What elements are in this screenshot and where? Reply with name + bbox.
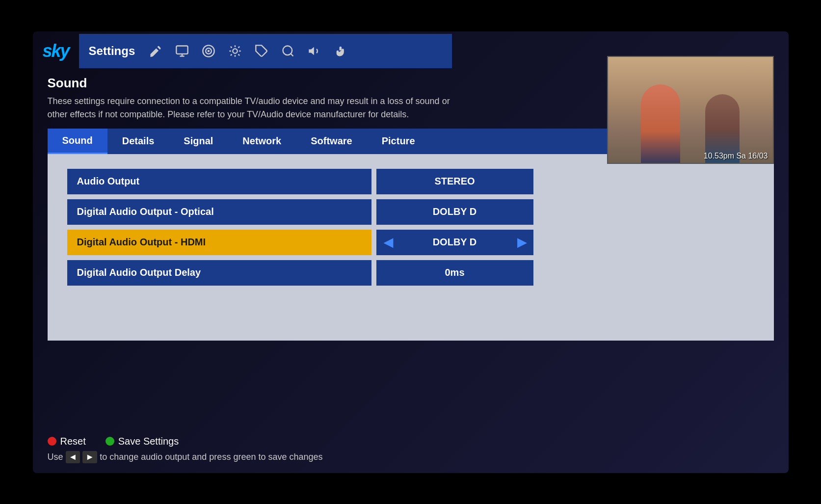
hdmi-output-label: Digital Audio Output - HDMI [67,230,371,255]
target-icon[interactable] [198,40,219,62]
tab-picture[interactable]: Picture [367,129,430,154]
red-dot-icon [48,437,56,446]
svg-point-5 [208,50,209,51]
svg-line-11 [231,46,232,47]
settings-title: Settings [89,44,135,58]
hint-use: Use [48,452,63,462]
settings-bar: Settings [79,34,452,68]
audio-output-value: STEREO [376,169,533,194]
svg-line-17 [291,53,293,56]
tab-sound[interactable]: Sound [48,129,107,154]
tag-icon[interactable] [251,40,272,62]
svg-point-6 [233,49,238,53]
preview-timestamp: 10.53pm Sa 16/03 [704,152,768,160]
hint-right-arrow-icon: ► [82,451,97,463]
table-row: Digital Audio Output - Optical DOLBY D [67,199,754,225]
bottom-bar: Reset Save Settings Use ◄ ► to change au… [48,436,774,463]
arrow-right-icon[interactable]: ▶ [517,236,526,249]
hand-icon[interactable] [330,40,352,62]
svg-line-14 [231,54,232,55]
green-dot-icon [106,437,114,446]
settings-panel: Audio Output STEREO Digital Audio Output… [48,154,774,341]
table-row: Digital Audio Output Delay 0ms [67,260,754,286]
preview-scene [608,57,773,163]
wrench-icon[interactable] [145,40,166,62]
reset-label: Reset [60,436,86,447]
arrow-left-icon[interactable]: ◀ [384,236,393,249]
tab-software[interactable]: Software [296,129,367,154]
bottom-actions: Reset Save Settings [48,436,774,447]
tab-network[interactable]: Network [228,129,296,154]
optical-output-value: DOLBY D [376,199,533,225]
sun-icon[interactable] [224,40,246,62]
tab-details[interactable]: Details [107,129,169,154]
delay-output-value: 0ms [376,260,533,286]
optical-output-label: Digital Audio Output - Optical [67,199,371,225]
delay-output-label: Digital Audio Output Delay [67,260,371,286]
svg-line-13 [238,46,239,47]
preview-thumbnail: 10.53pm Sa 16/03 [607,56,774,164]
hdmi-output-value[interactable]: ◀ DOLBY D ▶ [376,230,533,255]
table-row: Audio Output STEREO [67,169,754,194]
sky-logo: sky [43,41,69,61]
monitor-icon[interactable] [171,40,193,62]
audio-output-label: Audio Output [67,169,371,194]
svg-line-12 [238,54,239,55]
hint-suffix: to change audio output and press green t… [100,452,322,462]
tab-signal[interactable]: Signal [169,129,228,154]
table-row[interactable]: Digital Audio Output - HDMI ◀ DOLBY D ▶ [67,230,754,255]
hint-left-arrow-icon: ◄ [66,451,80,463]
page-description: These settings require connection to a c… [48,95,470,121]
save-label: Save Settings [118,436,179,447]
save-action[interactable]: Save Settings [106,436,179,447]
svg-point-16 [283,46,292,55]
volume-icon[interactable] [304,40,325,62]
svg-marker-18 [309,47,315,54]
svg-rect-0 [177,46,188,53]
hint-text: Use ◄ ► to change audio output and press… [48,451,774,463]
reset-action[interactable]: Reset [48,436,86,447]
search-icon[interactable] [277,40,299,62]
